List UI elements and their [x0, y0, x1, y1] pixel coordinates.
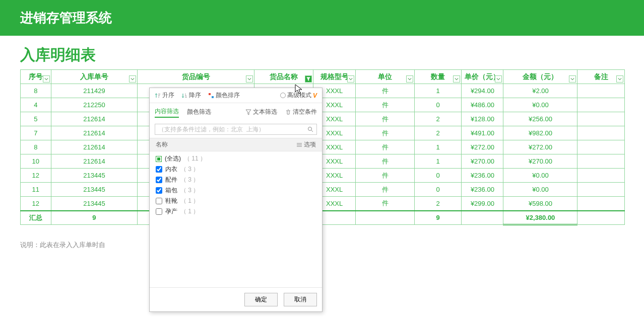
color-sort[interactable]: 颜色排序	[208, 91, 240, 100]
text-filter[interactable]: 文本筛选	[245, 108, 277, 116]
filter-button-orderno[interactable]	[129, 75, 136, 83]
filter-item-label: 配件	[165, 176, 177, 184]
filter-item-checkbox[interactable]	[156, 187, 162, 194]
summary-label: 汇总	[21, 211, 51, 225]
advanced-mode-toggle[interactable]: 高级模式 V	[280, 91, 317, 100]
radio-icon	[280, 93, 286, 98]
sort-asc-icon	[155, 93, 161, 99]
col-remark: 备注	[577, 70, 625, 84]
inbound-table: 序号 入库单号 货品编号 货品名称 规格型号 单位 数量 单价（元） 金额（元）…	[20, 69, 625, 225]
table-row[interactable]: 12213445XXXL件2¥299.00¥598.00	[21, 197, 625, 211]
filter-item-count: （ 1 ）	[180, 207, 199, 216]
filter-list-item[interactable]: 箱包（ 3 ）	[156, 185, 316, 196]
svg-rect-1	[212, 96, 214, 98]
popup-sort-row: 升序 降序 颜色排序 高级模式 V	[150, 88, 322, 103]
app-title: 进销存管理系统	[20, 10, 112, 25]
filter-item-checkbox[interactable]	[156, 208, 162, 215]
col-seq: 序号	[21, 70, 51, 84]
filter-list-item[interactable]: 内衣（ 3 ）	[156, 164, 316, 175]
filter-item-count: （ 1 ）	[180, 197, 199, 205]
col-spec: 规格型号	[313, 70, 356, 84]
list-options[interactable]: 选项	[296, 140, 316, 149]
filter-button-seq[interactable]	[43, 75, 50, 83]
filter-search-input[interactable]	[158, 126, 304, 133]
select-all-item[interactable]: (全选) （ 11 ）	[156, 153, 316, 164]
svg-point-2	[308, 127, 312, 131]
filter-item-label: 鞋靴	[165, 197, 177, 205]
filter-button-goodsno[interactable]	[246, 75, 253, 83]
trash-icon	[285, 109, 291, 115]
ok-button[interactable]: 确定	[244, 293, 278, 306]
select-all-count: （ 11 ）	[184, 154, 206, 163]
filter-popup: 升序 降序 颜色排序 高级模式 V 内容筛选 颜色筛选 文本筛选 清空条件	[149, 88, 323, 312]
filter-item-count: （ 3 ）	[180, 165, 199, 174]
tab-content-filter[interactable]: 内容筛选	[155, 106, 179, 118]
search-icon[interactable]	[307, 126, 313, 132]
list-head-name: 名称	[156, 140, 168, 149]
filter-search-box	[155, 124, 317, 135]
col-goods-name: 货品名称	[254, 70, 313, 84]
filter-list-body: (全选) （ 11 ） 内衣（ 3 ）配件（ 3 ）箱包（ 3 ）鞋靴（ 1 ）…	[150, 151, 322, 287]
filter-item-checkbox[interactable]	[156, 177, 162, 183]
filter-item-checkbox[interactable]	[156, 198, 162, 204]
col-order-no: 入库单号	[51, 70, 138, 84]
summary-amount: ¥2,380.00	[503, 211, 577, 225]
table-row[interactable]: 4212250XXXL件0¥486.00¥0.00	[21, 98, 625, 112]
filter-button-unit[interactable]	[406, 75, 413, 83]
popup-tabs: 内容筛选 颜色筛选 文本筛选 清空条件	[150, 103, 322, 121]
table-row[interactable]: 8211429XXXL件1¥294.00¥2.00	[21, 84, 625, 98]
svg-rect-0	[209, 93, 211, 95]
filter-item-checkbox[interactable]	[156, 166, 162, 173]
color-sort-icon	[208, 93, 214, 99]
filter-item-label: 孕产	[165, 207, 177, 216]
summary-row: 汇总 9 9 ¥2,380.00	[21, 211, 625, 225]
clear-conditions[interactable]: 清空条件	[285, 108, 317, 116]
table-row[interactable]: 12213445XXXL件0¥236.00¥0.00	[21, 169, 625, 183]
cancel-button[interactable]: 取消	[284, 293, 317, 306]
filter-item-label: 箱包	[165, 186, 177, 195]
summary-qty: 9	[414, 211, 461, 225]
tab-color-filter[interactable]: 颜色筛选	[187, 107, 211, 117]
filter-list-header: 名称 选项	[150, 138, 322, 151]
select-all-label: (全选)	[165, 154, 181, 163]
col-qty: 数量	[414, 70, 461, 84]
filter-list-item[interactable]: 配件（ 3 ）	[156, 175, 316, 185]
filter-item-count: （ 3 ）	[180, 176, 199, 184]
table-row[interactable]: 11213445XXXL件0¥236.00¥0.00	[21, 183, 625, 197]
summary-order-count: 9	[51, 211, 138, 225]
table-row[interactable]: 5212614XXXL件2¥128.00¥256.00	[21, 112, 625, 126]
popup-buttons: 确定 取消	[150, 287, 322, 311]
table-row[interactable]: 8212614XXXL件1¥272.00¥272.00	[21, 140, 625, 154]
filter-list-item[interactable]: 孕产（ 1 ）	[156, 206, 316, 217]
filter-button-amount[interactable]	[569, 75, 576, 83]
filter-list-item[interactable]: 鞋靴（ 1 ）	[156, 196, 316, 206]
hamburger-icon	[296, 142, 302, 148]
app-banner: 进销存管理系统	[0, 0, 644, 36]
col-goods-no: 货品编号	[138, 70, 254, 84]
filter-button-remark[interactable]	[616, 75, 623, 83]
filter-button-spec[interactable]	[347, 75, 354, 83]
col-price: 单价（元）	[462, 70, 503, 84]
filter-item-count: （ 3 ）	[180, 186, 199, 195]
sort-asc[interactable]: 升序	[155, 91, 174, 100]
adv-v-icon: V	[313, 92, 317, 99]
table-header-row: 序号 入库单号 货品编号 货品名称 规格型号 单位 数量 单价（元） 金额（元）…	[21, 70, 625, 84]
sort-desc[interactable]: 降序	[181, 91, 201, 100]
funnel-icon	[245, 109, 251, 115]
col-amount: 金额（元）	[503, 70, 577, 84]
col-unit: 单位	[356, 70, 415, 84]
filter-button-price[interactable]	[495, 75, 502, 83]
filter-item-label: 内衣	[165, 165, 177, 174]
table-row[interactable]: 7212614XXXL件2¥491.00¥982.00	[21, 126, 625, 140]
sort-desc-icon	[181, 93, 187, 99]
page-title: 入库明细表	[0, 36, 644, 69]
filter-button-qty[interactable]	[453, 75, 460, 83]
checkbox-mixed-icon[interactable]	[156, 156, 162, 162]
filter-button-goodsname[interactable]	[305, 75, 312, 83]
table-row[interactable]: 10212614XXXL件1¥270.00¥270.00	[21, 154, 625, 169]
